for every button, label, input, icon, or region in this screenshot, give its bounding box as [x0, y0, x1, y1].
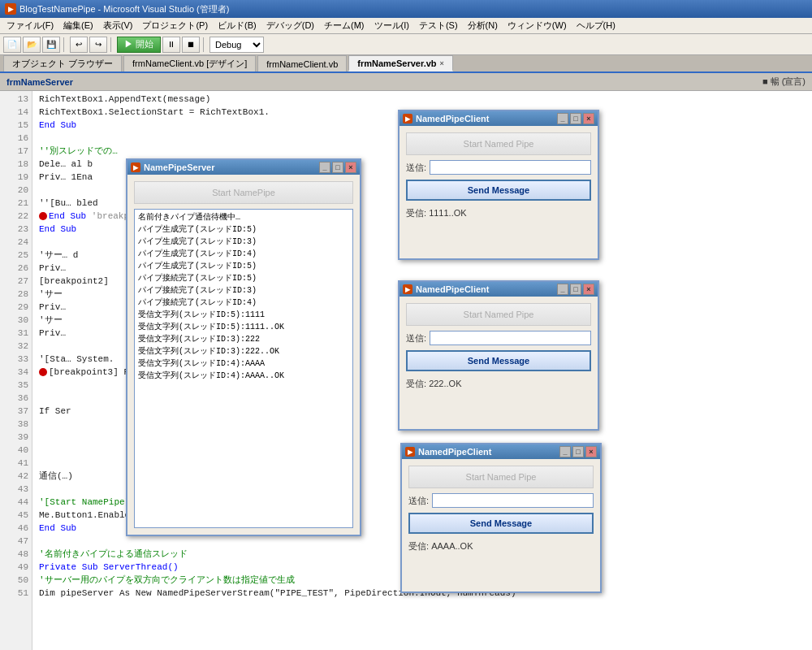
sub-header: frmNameServer ■ 暢 (宣言) [0, 73, 812, 91]
client1-send-btn[interactable]: Send Message [406, 180, 591, 201]
tb-sep2 [110, 37, 114, 52]
tb-redo-btn[interactable]: ↪ [89, 37, 107, 53]
client3-send-input[interactable] [432, 493, 594, 508]
title-bar-text: BlogTestNamePipe - Microsoft Visual Stud… [19, 3, 229, 15]
tab-design-label: frmNameClient.vb [デザイン] [132, 58, 247, 70]
client2-recv-display: 受信: 222..OK [406, 376, 591, 392]
client2-minimize-btn[interactable]: _ [557, 284, 568, 295]
log-line: 名前付きパイプ通信待機中… [138, 211, 349, 223]
run-button[interactable]: ▶ 開始 [117, 37, 161, 53]
menu-view[interactable]: 表示(V) [98, 19, 138, 32]
form-name-label: frmNameServer [6, 77, 73, 87]
server-minimize-btn[interactable]: _ [319, 162, 330, 173]
menu-file[interactable]: ファイル(F) [2, 19, 58, 32]
tab-bar: オブジェクト ブラウザー frmNameClient.vb [デザイン] frm… [0, 55, 812, 73]
client1-icon: ▶ [403, 114, 412, 124]
log-line: 受信文字列(スレッドID:5):1111 [138, 309, 349, 321]
tab-server-code[interactable]: frmNameServer.vb × [348, 55, 453, 72]
client1-send-label: 送信: [406, 162, 426, 174]
server-window-title-bar: ▶ NamePipeServer _ □ × [127, 160, 360, 175]
server-window: ▶ NamePipeServer _ □ × Start NamePipe 名前… [126, 158, 361, 536]
client2-send-input[interactable] [430, 331, 591, 345]
server-window-icon: ▶ [131, 162, 140, 172]
app-icon: ▶ [5, 3, 16, 15]
client2-recv-label: 受信: [406, 379, 426, 388]
menu-window[interactable]: ウィンドウ(W) [503, 19, 572, 32]
client2-title-bar: ▶ NamedPipeClient _ □ × [400, 282, 598, 297]
tab-client-code-label: frmNameClient.vb [266, 59, 338, 69]
log-line: パイプ生成完了(スレッドID:3) [138, 236, 349, 248]
debug-config-select[interactable]: Debug Release [209, 37, 264, 53]
server-body: Start NamePipe 名前付きパイプ通信待機中…パイプ生成完了(スレッド… [127, 175, 360, 535]
code-gutter: 1314151617181920212223242526272829303132… [0, 91, 32, 650]
log-line: パイプ接続完了(スレッドID:3) [138, 284, 349, 297]
tb-undo-btn[interactable]: ↩ [70, 37, 88, 53]
client1-maximize-btn[interactable]: □ [570, 113, 581, 124]
log-line: パイプ生成完了(スレッドID:4) [138, 248, 349, 260]
tb-stop-btn[interactable]: ⏹ [182, 37, 200, 53]
client3-start-btn[interactable]: Start Named Pipe [408, 466, 594, 488]
client2-send-row: 送信: [406, 331, 591, 345]
client1-minimize-btn[interactable]: _ [557, 113, 568, 124]
client3-close-btn[interactable]: × [585, 446, 597, 457]
server-window-title: NamePipeServer [144, 162, 214, 172]
client1-title: NamedPipeClient [416, 114, 489, 124]
server-maximize-btn[interactable]: □ [332, 162, 343, 173]
client2-start-btn[interactable]: Start Named Pipe [406, 303, 591, 326]
tab-close-icon[interactable]: × [440, 59, 444, 67]
menu-project[interactable]: プロジェクト(P) [137, 19, 213, 32]
tab-client-code[interactable]: frmNameClient.vb [257, 55, 347, 72]
tb-save-btn[interactable]: 💾 [42, 37, 60, 53]
tb-new-btn[interactable]: 📄 [3, 37, 21, 53]
log-line: 受信文字列(スレッドID:3):222..OK [138, 345, 349, 358]
log-line: 受信文字列(スレッドID:4):AAAA [138, 358, 349, 370]
server-title-buttons: _ □ × [319, 162, 356, 173]
client3-recv-label: 受信: [408, 541, 429, 551]
client3-title-bar: ▶ NamedPipeClient _ □ × [402, 444, 600, 459]
client3-title: NamedPipeClient [418, 447, 491, 457]
log-line: パイプ生成完了(スレッドID:5) [138, 260, 349, 272]
log-line: パイプ生成完了(スレッドID:5) [138, 223, 349, 236]
title-bar: ▶ BlogTestNamePipe - Microsoft Visual St… [0, 0, 812, 18]
client2-maximize-btn[interactable]: □ [570, 284, 581, 295]
server-start-btn[interactable]: Start NamePipe [134, 181, 353, 204]
tab-object-browser-label: オブジェクト ブラウザー [12, 58, 113, 70]
menu-debug[interactable]: デバッグ(D) [261, 19, 319, 32]
tb-open-btn[interactable]: 📂 [23, 37, 41, 53]
tab-object-browser[interactable]: オブジェクト ブラウザー [3, 55, 122, 72]
menu-analyze[interactable]: 分析(N) [463, 19, 503, 32]
client3-minimize-btn[interactable]: _ [559, 446, 571, 457]
client3-send-btn[interactable]: Send Message [408, 513, 594, 534]
tb-pause-btn[interactable]: ⏸ [162, 37, 180, 53]
client1-send-input[interactable] [430, 160, 591, 175]
client1-title-buttons: _ □ × [557, 113, 594, 124]
server-close-btn[interactable]: × [345, 162, 356, 173]
client1-body: Start Named Pipe 送信: Send Message 受信: 11… [400, 126, 598, 228]
tab-design[interactable]: frmNameClient.vb [デザイン] [123, 55, 256, 72]
menu-tools[interactable]: ツール(I) [369, 19, 414, 32]
client1-recv-value: 1111..OK [429, 208, 466, 218]
client2-title: NamedPipeClient [416, 284, 489, 294]
menu-test[interactable]: テスト(S) [414, 19, 463, 32]
client1-start-btn[interactable]: Start Named Pipe [406, 132, 591, 155]
client1-close-btn[interactable]: × [583, 113, 594, 124]
toolbar: 📄 📂 💾 ↩ ↪ ▶ 開始 ⏸ ⏹ Debug Release [0, 34, 812, 55]
menu-build[interactable]: ビルド(B) [213, 19, 261, 32]
client2-send-btn[interactable]: Send Message [406, 350, 591, 371]
client3-maximize-btn[interactable]: □ [572, 446, 584, 457]
log-line: パイプ接続完了(スレッドID:4) [138, 297, 349, 309]
log-line: 受信文字列(スレッドID:3):222 [138, 333, 349, 345]
log-line: パイプ接続完了(スレッドID:5) [138, 272, 349, 284]
menu-team[interactable]: チーム(M) [319, 19, 369, 32]
client2-close-btn[interactable]: × [583, 284, 594, 295]
tb-sep3 [203, 37, 206, 52]
menu-help[interactable]: ヘルプ(H) [572, 19, 620, 32]
client3-send-label: 送信: [408, 495, 429, 507]
client3-icon: ▶ [405, 447, 415, 457]
client3-recv-value: AAAA..OK [431, 541, 473, 551]
server-log-box[interactable]: 名前付きパイプ通信待機中…パイプ生成完了(スレッドID:5)パイプ生成完了(スレ… [134, 209, 353, 528]
client1-send-row: 送信: [406, 160, 591, 175]
menu-edit[interactable]: 編集(E) [58, 19, 98, 32]
tab-server-code-label: frmNameServer.vb [357, 58, 436, 68]
client3-body: Start Named Pipe 送信: Send Message 受信: AA… [402, 459, 600, 561]
